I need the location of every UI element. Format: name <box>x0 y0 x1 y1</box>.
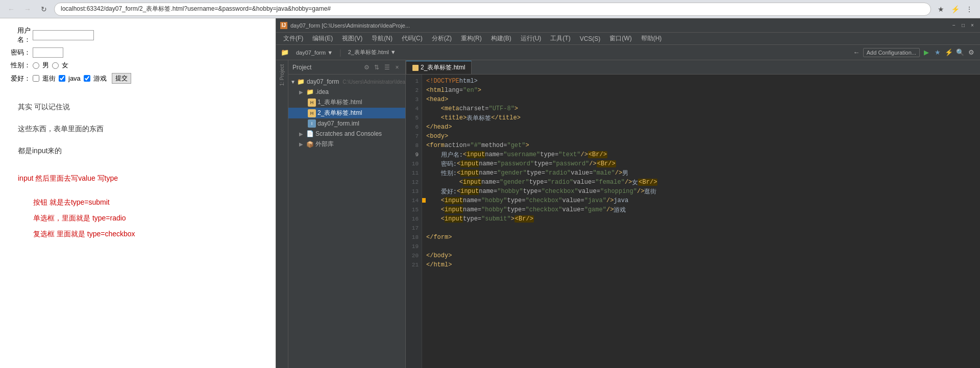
gear-icon[interactable]: ⚙ <box>362 63 371 71</box>
menu-icon[interactable]: ⋮ <box>964 4 975 15</box>
extensions-icon[interactable]: ⚡ <box>949 4 961 15</box>
debug-icon[interactable]: ★ <box>933 48 942 57</box>
close-button[interactable]: × <box>969 22 976 29</box>
back-nav-icon[interactable]: ← <box>852 48 861 57</box>
hobby-shopping-checkbox[interactable] <box>33 75 39 82</box>
menu-code[interactable]: 代码(C) <box>398 33 427 44</box>
female-radio[interactable] <box>52 62 59 69</box>
ln-14: 14 <box>406 196 422 205</box>
ln-9: 9 <box>406 150 422 159</box>
ln-12: 12 <box>406 178 422 187</box>
val-shopping: "shopping" <box>600 188 637 195</box>
ln-2: 2 <box>406 86 422 95</box>
html-close-tag: </html> <box>426 261 452 268</box>
tab-html2[interactable]: 2_表单标签.html <box>406 61 472 74</box>
html-open: <html <box>426 87 445 94</box>
tree-item-idea[interactable]: ▶ 📁 .idea <box>288 87 405 97</box>
file-dropdown[interactable]: 2_表单标签.html ▼ <box>344 47 401 58</box>
val-h2: "hobby" <box>481 197 507 204</box>
val-submit: "submit" <box>481 215 511 223</box>
menu-vcs[interactable]: VCS(S) <box>576 34 605 43</box>
ln-18: 18 <box>406 233 422 242</box>
val-female: "female" <box>595 179 625 186</box>
tree-label-html2: 2_表单标签.html <box>317 109 362 117</box>
minimize-button[interactable]: − <box>950 22 958 29</box>
tree-item-html1[interactable]: H 1_表单标签.html <box>288 97 405 108</box>
input-submit: <input <box>441 215 463 223</box>
search-everywhere-icon[interactable]: 🔍 <box>955 48 965 57</box>
val-tg1: "radio" <box>545 169 571 177</box>
menu-help[interactable]: 帮助(H) <box>637 33 666 44</box>
tree-content: ▼ 📁 day07_form C:\Users\Administrator\Id… <box>288 75 405 368</box>
close-tree-icon[interactable]: × <box>393 63 401 71</box>
project-structure-icon[interactable]: 📁 <box>280 48 289 57</box>
male-radio[interactable] <box>33 62 39 69</box>
hobby-java-checkbox[interactable] <box>59 75 65 82</box>
val-tg2: "radio" <box>548 179 573 186</box>
hobby-game-checkbox[interactable] <box>84 75 90 82</box>
collapse-icon[interactable]: ⇅ <box>373 63 381 71</box>
menu-edit[interactable]: 编辑(E) <box>308 33 337 44</box>
toolbar-separator: | <box>339 48 341 57</box>
refresh-button[interactable]: ↻ <box>38 3 50 15</box>
menu-analyze[interactable]: 分析(Z) <box>428 33 456 44</box>
run-icon[interactable]: ▶ <box>922 48 931 57</box>
code-line-14: <input name="hobby" type="checkbox" valu… <box>426 196 980 205</box>
menu-file[interactable]: 文件(F) <box>279 33 307 44</box>
code-line-15: <input name="hobby" type="checkbox" valu… <box>426 205 980 214</box>
toolbar-right: ← Add Configuration... ▶ ★ ⚡ 🔍 ⚙ <box>852 48 976 57</box>
password-input[interactable] <box>33 47 63 58</box>
ide-toolbar: 📁 day07_form ▼ | 2_表单标签.html ▼ ← Add Con… <box>276 45 980 60</box>
tree-item-scratches[interactable]: ▶ 📄 Scratches and Consoles <box>288 129 405 139</box>
menu-refactor[interactable]: 重构(R) <box>457 33 486 44</box>
menu-window[interactable]: 窗口(W) <box>605 33 635 44</box>
ln-13: 13 <box>406 187 422 196</box>
menu-run[interactable]: 运行(U) <box>517 33 546 44</box>
menu-build[interactable]: 构建(B) <box>487 33 516 44</box>
ln-17: 17 <box>406 224 422 233</box>
maximize-button[interactable]: □ <box>960 22 967 29</box>
menu-tools[interactable]: 工具(T) <box>546 33 574 44</box>
tree-item-iml[interactable]: I day07_form.iml <box>288 118 405 129</box>
code-editor[interactable]: 1 2 3 4 5 6 7 8 9 10 11 12 13 <box>406 75 980 368</box>
val-java: "java" <box>584 197 606 204</box>
ide-menubar: 文件(F) 编辑(E) 视图(V) 导航(N) 代码(C) 分析(Z) 重构(R… <box>276 33 980 45</box>
tree-item-libs[interactable]: ▶ 📦 外部库 <box>288 139 405 150</box>
note-line-6: 单选框，里面就是 type=radio <box>33 210 258 226</box>
menu-view[interactable]: 视图(V) <box>338 33 366 44</box>
name-h3: name= <box>463 206 481 213</box>
form-open: <form <box>426 142 445 149</box>
submit-button[interactable]: 提交 <box>112 73 131 84</box>
back-button[interactable]: ← <box>5 3 17 15</box>
bookmark-icon[interactable]: ★ <box>935 4 946 15</box>
idea-folder-icon: 📁 <box>306 88 314 96</box>
code-line-13: 爱好: <input name="hobby" type="checkbox" … <box>426 187 980 196</box>
tree-label-idea: .idea <box>315 88 329 95</box>
project-tree: Project ⚙ ⇅ ☰ × ▼ 📁 day07_form C:\Users\… <box>288 60 406 368</box>
code-content[interactable]: <!DOCTYPE html> <html lang="en"> <head> … <box>422 75 980 368</box>
sidebar-project-label[interactable]: 1: Project <box>278 62 286 88</box>
add-configuration-button[interactable]: Add Configuration... <box>863 48 920 57</box>
submit-end: > <box>511 215 514 223</box>
type-h1: type= <box>523 188 542 195</box>
forward-button[interactable]: → <box>21 3 34 15</box>
ln-16: 16 <box>406 214 422 224</box>
browser-bar: ← → ↻ ★ ⚡ ⋮ <box>0 0 980 18</box>
menu-navigate[interactable]: 导航(N) <box>368 33 397 44</box>
tree-item-html2[interactable]: H 2_表单标签.html <box>288 108 405 118</box>
settings-icon[interactable]: ⚙ <box>967 48 976 57</box>
address-bar[interactable] <box>54 3 931 16</box>
indent14 <box>426 197 441 204</box>
build-icon[interactable]: ⚡ <box>944 48 953 57</box>
female-label: 女 <box>62 61 68 70</box>
code-line-4: <meta charset="UTF-8"> <box>426 104 980 113</box>
tab-label: 2_表单标签.html <box>421 63 465 72</box>
settings-icon-tree[interactable]: ☰ <box>383 63 391 71</box>
code-line-5: <title>表单标签</title> <box>426 113 980 122</box>
tree-item-root[interactable]: ▼ 📁 day07_form C:\Users\Administrator\Id… <box>288 77 405 87</box>
val-th2: "checkbox" <box>525 197 562 204</box>
input-gender1: <input <box>457 169 479 177</box>
username-input[interactable] <box>33 30 94 40</box>
tree-label-html1: 1_表单标签.html <box>317 98 362 107</box>
project-dropdown[interactable]: day07_form ▼ <box>291 48 337 57</box>
